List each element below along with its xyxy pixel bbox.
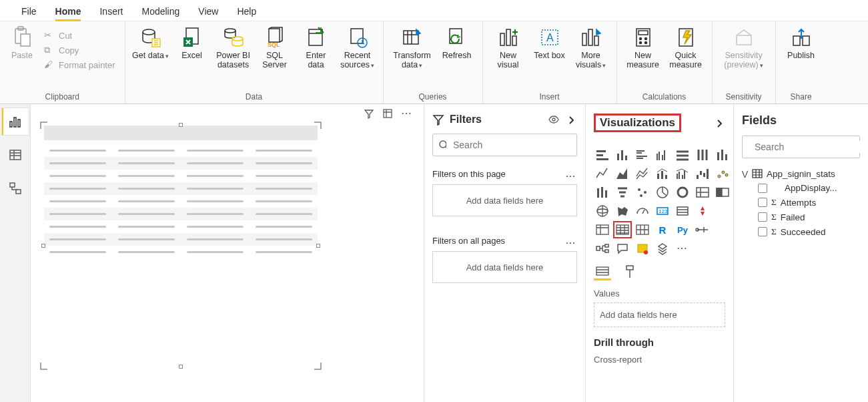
publish-button[interactable]: Publish: [781, 24, 821, 72]
viz-decomposition-icon[interactable]: [594, 240, 611, 256]
viz-stacked-bar-icon[interactable]: [594, 147, 611, 163]
transform-data-button[interactable]: Transform data: [389, 24, 436, 72]
field-checkbox[interactable]: [758, 227, 767, 236]
filters-all-more-icon[interactable]: …: [565, 235, 577, 246]
viz-filled-map-icon[interactable]: [614, 203, 631, 219]
field-checkbox[interactable]: [758, 212, 767, 222]
format-painter-button[interactable]: 🖌Format painter: [40, 57, 119, 72]
cut-button[interactable]: ✂Cut: [40, 28, 119, 43]
visual-more-icon[interactable]: ⋯: [401, 108, 413, 119]
tab-help[interactable]: Help: [228, 2, 266, 21]
new-measure-button[interactable]: New measure: [622, 24, 664, 72]
paste-button[interactable]: Paste: [5, 24, 39, 72]
viz-matrix-icon[interactable]: [634, 222, 651, 238]
field-row[interactable]: AppDisplay...: [742, 181, 860, 195]
filters-all-dropzone[interactable]: Add data fields here: [432, 251, 577, 283]
tab-home[interactable]: Home: [46, 2, 91, 21]
more-visuals-button[interactable]: More visuals: [571, 24, 611, 72]
resize-handle[interactable]: [316, 244, 320, 248]
resize-handle[interactable]: [314, 362, 322, 370]
viz-funnel-icon[interactable]: [594, 184, 611, 200]
field-row[interactable]: ΣAttempts: [742, 195, 860, 210]
viz-globe-icon[interactable]: [594, 203, 611, 219]
resize-handle[interactable]: [41, 244, 45, 248]
viz-gauge-icon[interactable]: [694, 184, 711, 200]
fields-search-input[interactable]: [753, 141, 868, 153]
viz-line-stacked-column-icon[interactable]: [654, 166, 671, 182]
sql-server-button[interactable]: SQL SQL Server: [255, 24, 295, 72]
fields-table-row[interactable]: ⋁ App_signin_stats: [742, 166, 860, 181]
filters-collapse-icon[interactable]: [565, 114, 577, 126]
viz-100-stacked-bar-icon[interactable]: [674, 147, 691, 163]
quick-measure-button[interactable]: Quick measure: [665, 24, 707, 72]
data-view-button[interactable]: [2, 142, 29, 168]
field-checkbox[interactable]: [758, 198, 767, 207]
viz-pie-icon[interactable]: [654, 184, 671, 200]
viz-donut-icon[interactable]: [674, 184, 691, 200]
report-view-button[interactable]: [2, 108, 29, 135]
viz-multirow-card-icon[interactable]: 123: [654, 203, 671, 219]
viz-scatter-icon[interactable]: [714, 166, 731, 182]
viz-key-influencers-icon[interactable]: [694, 222, 711, 238]
new-visual-button[interactable]: New visual: [488, 24, 528, 72]
fields-search[interactable]: [742, 136, 860, 158]
viz-clustered-column-icon[interactable]: [654, 147, 671, 163]
sensitivity-button[interactable]: Sensitivity (preview): [718, 24, 770, 72]
viz-line-icon[interactable]: [594, 166, 611, 182]
field-row[interactable]: ΣSucceeded: [742, 224, 860, 239]
viz-line-clustered-column-icon[interactable]: [674, 166, 691, 182]
resize-handle[interactable]: [40, 122, 48, 130]
viz-clustered-bar-icon[interactable]: [634, 147, 651, 163]
viz-ribbon-icon[interactable]: [714, 147, 731, 163]
visualizations-collapse-icon[interactable]: [713, 117, 725, 129]
visual-filter-icon[interactable]: [364, 108, 374, 119]
viz-area-icon[interactable]: [614, 166, 631, 182]
viz-stacked-area-icon[interactable]: [634, 166, 651, 182]
expand-icon[interactable]: ⋁: [742, 170, 748, 178]
values-dropzone[interactable]: Add data fields here: [594, 303, 725, 327]
table-visual-placeholder[interactable]: [44, 126, 318, 366]
resize-handle[interactable]: [179, 365, 183, 369]
tab-view[interactable]: View: [189, 2, 228, 21]
enter-data-button[interactable]: Enter data: [296, 24, 336, 72]
copy-button[interactable]: ⧉Copy: [40, 43, 119, 57]
viz-stacked-column-icon[interactable]: [614, 147, 631, 163]
text-box-button[interactable]: A Text box: [530, 24, 570, 72]
field-row[interactable]: ΣFailed: [742, 210, 860, 224]
resize-handle[interactable]: [179, 123, 183, 127]
model-view-button[interactable]: [2, 175, 29, 202]
viz-treemap-icon[interactable]: [614, 184, 631, 200]
resize-handle[interactable]: [40, 362, 48, 370]
viz-qa-icon[interactable]: [614, 240, 631, 256]
viz-more-icon[interactable]: ⋯: [674, 240, 691, 256]
fields-tab-icon[interactable]: [594, 263, 611, 280]
viz-map-icon[interactable]: [634, 184, 651, 200]
tab-insert[interactable]: Insert: [90, 2, 132, 21]
format-tab-icon[interactable]: [620, 263, 638, 280]
viz-import-icon[interactable]: [654, 240, 671, 256]
viz-matrix-icon-a[interactable]: [594, 222, 611, 238]
recent-sources-button[interactable]: Recent sources: [338, 24, 378, 72]
powerbi-datasets-button[interactable]: Power BI datasets: [213, 24, 254, 72]
field-checkbox[interactable]: [758, 184, 767, 193]
tab-file[interactable]: File: [12, 2, 46, 21]
viz-waterfall-icon[interactable]: [694, 166, 711, 182]
filters-page-dropzone[interactable]: Add data fields here: [432, 184, 577, 216]
report-canvas[interactable]: ⋯: [31, 104, 424, 402]
viz-kpi-icon[interactable]: [674, 203, 691, 219]
viz-custom-icon[interactable]: [634, 240, 651, 256]
get-data-button[interactable]: Get data: [131, 24, 171, 72]
refresh-button[interactable]: Refresh: [437, 24, 477, 72]
filters-visibility-icon[interactable]: [548, 114, 560, 126]
viz-python-icon[interactable]: Py: [674, 222, 691, 238]
viz-shape-map-icon[interactable]: [634, 203, 651, 219]
resize-handle[interactable]: [314, 122, 322, 130]
viz-100-stacked-column-icon[interactable]: [694, 147, 711, 163]
filters-search[interactable]: [432, 134, 577, 156]
visual-focus-icon[interactable]: [382, 108, 393, 119]
viz-r-script-icon[interactable]: R: [654, 222, 671, 238]
viz-table-icon[interactable]: [614, 222, 631, 238]
tab-modeling[interactable]: Modeling: [132, 2, 189, 21]
filters-search-input[interactable]: [452, 139, 571, 151]
viz-card-icon[interactable]: [714, 184, 731, 200]
